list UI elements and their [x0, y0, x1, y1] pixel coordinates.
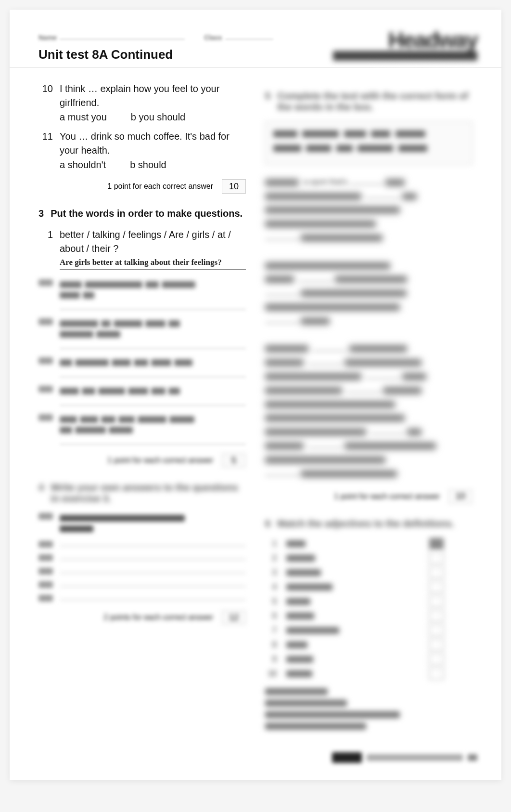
brand-logo: Headway Pre-Intermediate FOURTH EDITION: [333, 27, 477, 65]
section-title: Complete the text with the correct form …: [277, 91, 473, 113]
name-label: Name: [38, 34, 57, 41]
question-number: 10: [38, 82, 53, 110]
score-box: 10: [222, 179, 246, 194]
section-title: Match the adjectives to the definitions.: [277, 518, 454, 529]
score-row-4: 1 point for each correct answer 10: [265, 489, 473, 504]
section-number: 3: [38, 208, 44, 219]
example-answer: Are girls better at talking about their …: [60, 258, 246, 270]
score-label: 1 point for each correct answer: [107, 182, 213, 191]
score-box: 5: [222, 453, 246, 468]
answer-line[interactable]: [60, 586, 246, 587]
left-column: 10 I think … explain how you feel to you…: [38, 82, 246, 734]
footer: [332, 752, 477, 763]
class-label: Class: [204, 34, 222, 41]
question-10: 10 I think … explain how you feel to you…: [38, 82, 246, 110]
question-number: 11: [38, 130, 53, 157]
footer-text: [367, 754, 463, 761]
answer-line[interactable]: [60, 573, 246, 573]
answer-line[interactable]: [60, 309, 246, 310]
question-text: I think … explain how you feel to your g…: [60, 82, 246, 110]
answer-line[interactable]: [60, 444, 246, 445]
brand-sub-left: Pre-Intermediate: [373, 60, 419, 66]
score-row-2: 1 point for each correct answer 5: [38, 453, 246, 468]
answer-line[interactable]: [60, 600, 246, 600]
score-box: 10: [448, 489, 473, 504]
question-text: better / talking / feelings / Are / girl…: [60, 228, 246, 256]
answer-line[interactable]: [60, 405, 246, 406]
question-number: 1: [38, 228, 53, 256]
score-value: 10: [456, 491, 465, 501]
choice-b[interactable]: b should: [130, 159, 166, 170]
section-4-example-blurred: [38, 513, 246, 534]
score-box: 12: [222, 610, 246, 625]
answer-line[interactable]: [60, 348, 246, 349]
class-line[interactable]: [225, 39, 273, 39]
right-column: 5 Complete the text with the correct for…: [265, 82, 473, 734]
match-list-blurred: 1 2 3 4 5 6 7 8 9 10: [265, 538, 473, 680]
score-row-1: 1 point for each correct answer 10: [38, 179, 246, 194]
answer-line[interactable]: [60, 546, 246, 546]
section-title: Write your own answers to the questions …: [51, 482, 246, 504]
divider: [10, 67, 501, 67]
section-6-head-blurred: 6 Match the adjectives to the definition…: [265, 518, 473, 529]
name-line[interactable]: [60, 39, 185, 39]
question-11: 11 You … drink so much coffee. It's bad …: [38, 130, 246, 157]
score-label: 2 points for each correct answer: [103, 613, 213, 622]
score-row-3: 2 points for each correct answer 12: [38, 610, 246, 625]
section-number: 4: [38, 482, 44, 504]
question-text: You … drink so much coffee. It's bad for…: [60, 130, 246, 157]
footer-badge: [332, 752, 362, 763]
section-3-q1: 1 better / talking / feelings / Are / gi…: [38, 228, 246, 256]
section-5-head-blurred: 5 Complete the text with the correct for…: [265, 91, 473, 113]
answer-line[interactable]: [60, 559, 246, 560]
choice-a[interactable]: a shouldn't: [60, 159, 106, 170]
section-3-q6-blurred: [38, 414, 246, 435]
score-label: 1 point for each correct answer: [334, 492, 440, 501]
section-3-q5-blurred: [38, 386, 246, 396]
section-4-answer-lines: [38, 541, 246, 602]
page-number: [468, 754, 477, 761]
section-3-q4-blurred: [38, 357, 246, 368]
score-value: 10: [229, 182, 239, 192]
gap-fill-text-blurred: a sport that's: [265, 175, 473, 481]
score-value: 12: [229, 613, 239, 623]
score-value: 5: [231, 456, 236, 466]
score-label: 1 point for each correct answer: [107, 456, 213, 465]
section-3-q2-blurred: [38, 279, 246, 301]
answer-line[interactable]: [60, 377, 246, 377]
definitions-blurred: [265, 688, 473, 730]
section-number: 6: [265, 518, 270, 529]
word-bank: [265, 121, 473, 165]
brand-title: Headway: [333, 27, 477, 53]
question-10-choices: a must you b you should: [60, 112, 246, 123]
section-3-q3-blurred: [38, 318, 246, 340]
section-3-head: 3 Put the words in order to make questio…: [38, 208, 246, 219]
brand-sub-right: FOURTH EDITION: [425, 60, 474, 66]
section-4-head-blurred: 4 Write your own answers to the question…: [38, 482, 246, 504]
choice-b[interactable]: b you should: [131, 112, 185, 123]
content: 10 I think … explain how you feel to you…: [38, 82, 473, 734]
page: Name Class Headway Pre-Intermediate FOUR…: [10, 10, 501, 780]
choice-a[interactable]: a must you: [60, 112, 107, 123]
question-11-choices: a shouldn't b should: [60, 159, 246, 170]
section-number: 5: [265, 91, 270, 113]
section-title: Put the words in order to make questions…: [51, 208, 243, 219]
